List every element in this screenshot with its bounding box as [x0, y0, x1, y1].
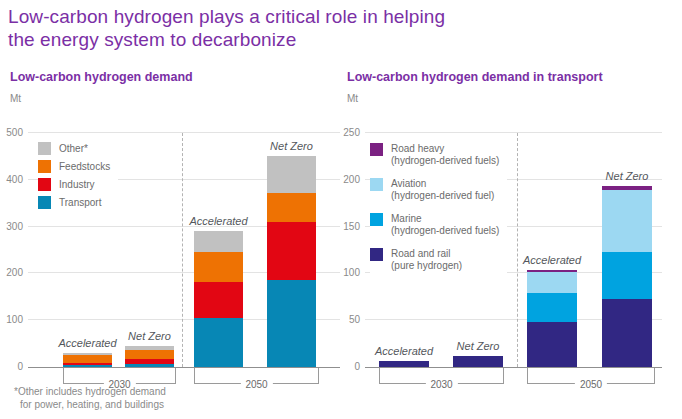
x-axis-group-label: 2050: [575, 379, 607, 390]
page-title: Low-carbon hydrogen plays a critical rol…: [8, 5, 445, 51]
bar-segment-industry: [63, 363, 112, 365]
bar-segment-other: [125, 346, 174, 350]
left-chart-title: Low-carbon hydrogen demand: [10, 70, 193, 84]
x-axis-group-label: 2050: [240, 379, 272, 390]
left-chart-unit-label: Mt: [10, 93, 21, 104]
slide: Low-carbon hydrogen plays a critical rol…: [0, 0, 682, 419]
right-chart-unit-label: Mt: [347, 93, 358, 104]
bar-segment-industry: [125, 359, 174, 364]
bar-segment-feedstocks: [63, 355, 112, 362]
page-title-line2: the energy system to decarbonize: [8, 28, 445, 51]
legend-swatch: [38, 178, 51, 191]
footnote-line2: for power, heating, and buildings: [14, 398, 166, 411]
x-axis-group-bracket: 2030: [379, 368, 504, 384]
y-axis-tick-label: 100: [0, 314, 23, 325]
y-axis-tick-label: 0: [334, 361, 360, 372]
bar-segment-road-heavy-hydrogen-derived-fuels: [602, 186, 652, 190]
bar-segment-marine-hydrogen-derived-fuels: [602, 252, 652, 299]
y-axis-tick-label: 400: [0, 174, 23, 185]
gridline: [365, 132, 662, 133]
x-axis-group-bracket: 2050: [527, 368, 655, 384]
bar-segment-transport: [125, 364, 174, 367]
bar-scenario-label: Net Zero: [90, 330, 210, 342]
bar-segment-feedstocks: [267, 193, 316, 222]
legend-label: Industry: [59, 179, 95, 191]
bar-segment-aviation-hydrogen-derived-fuel: [527, 272, 577, 293]
x-axis-group-bracket: 2030: [63, 368, 176, 384]
legend-label-line1: Road heavy: [391, 143, 499, 155]
legend-label-line1: Aviation: [391, 178, 494, 190]
bar-segment-road-heavy-hydrogen-derived-fuels: [527, 270, 577, 273]
legend-swatch: [370, 248, 383, 261]
legend-label: Aviation(hydrogen-derived fuel): [391, 178, 494, 201]
legend-swatch: [370, 213, 383, 226]
legend-label-line1: Road and rail: [391, 248, 462, 260]
bar-scenario-label: Net Zero: [418, 340, 538, 352]
bar-segment-other: [194, 231, 243, 252]
bar-segment-road-and-rail-pure-hydrogen: [602, 299, 652, 367]
left-chart-plot: 0100200300400500AcceleratedNet ZeroAccel…: [28, 133, 340, 368]
bar-segment-transport: [63, 365, 112, 367]
bar-segment-other: [63, 353, 112, 355]
legend-label-line1: Marine: [391, 213, 499, 225]
y-axis-tick-label: 0: [0, 361, 23, 372]
y-axis-tick-label: 250: [334, 127, 360, 138]
legend-label-line2: (hydrogen-derived fuels): [391, 155, 499, 167]
legend-item: Feedstocks: [38, 160, 110, 173]
chart-legend: Road heavy(hydrogen-derived fuels)Aviati…: [370, 142, 507, 285]
legend-label: Feedstocks: [59, 161, 110, 173]
bar-segment-road-and-rail-pure-hydrogen: [379, 361, 429, 367]
legend-swatch: [38, 196, 51, 209]
bar-segment-marine-hydrogen-derived-fuels: [527, 293, 577, 322]
legend-swatch: [370, 178, 383, 191]
gridline: [28, 132, 340, 133]
legend-label-line2: (pure hydrogen): [391, 260, 462, 272]
bar-segment-other: [267, 156, 316, 193]
bar-segment-transport: [194, 318, 243, 367]
legend-swatch: [38, 142, 51, 155]
legend-label: Marine(hydrogen-derived fuels): [391, 213, 499, 236]
legend-swatch: [370, 143, 383, 156]
legend-item: Industry: [38, 178, 110, 191]
bar-segment-feedstocks: [194, 252, 243, 282]
legend-label: Transport: [59, 197, 101, 209]
legend-label: Other*: [59, 143, 88, 155]
legend-swatch: [38, 160, 51, 173]
bar-segment-aviation-hydrogen-derived-fuel: [602, 190, 652, 252]
bar-scenario-label: Accelerated: [492, 254, 612, 266]
legend-item: Marine(hydrogen-derived fuels): [370, 213, 499, 236]
footnote-line1: *Other includes hydrogen demand: [14, 385, 166, 398]
y-axis-tick-label: 500: [0, 127, 23, 138]
legend-item: Road and rail(pure hydrogen): [370, 248, 499, 271]
y-axis-tick-label: 100: [334, 267, 360, 278]
group-divider-dashed-line: [517, 133, 518, 367]
bar-segment-road-and-rail-pure-hydrogen: [453, 356, 503, 367]
x-axis-group-bracket: 2050: [194, 368, 319, 384]
bar-scenario-label: Net Zero: [232, 140, 352, 152]
chart-legend: Other*FeedstocksIndustryTransport: [38, 141, 118, 216]
y-axis-tick-label: 200: [0, 267, 23, 278]
bar-segment-industry: [267, 222, 316, 281]
right-chart-title: Low-carbon hydrogen demand in transport: [347, 70, 603, 84]
y-axis-tick-label: 200: [334, 174, 360, 185]
bar-scenario-label: Net Zero: [567, 170, 682, 182]
legend-label-line2: (hydrogen-derived fuel): [391, 190, 494, 202]
page-title-line1: Low-carbon hydrogen plays a critical rol…: [8, 5, 445, 28]
footnote: *Other includes hydrogen demand for powe…: [14, 385, 166, 411]
bar-segment-road-and-rail-pure-hydrogen: [527, 322, 577, 367]
y-axis-tick-label: 300: [0, 221, 23, 232]
right-chart-plot: 050100150200250AcceleratedNet ZeroAccele…: [365, 133, 662, 368]
bar-segment-industry: [194, 282, 243, 318]
legend-item: Other*: [38, 142, 110, 155]
x-axis-group-label: 2030: [425, 379, 457, 390]
legend-item: Aviation(hydrogen-derived fuel): [370, 178, 499, 201]
legend-label-line2: (hydrogen-derived fuels): [391, 225, 499, 237]
bar-scenario-label: Accelerated: [159, 215, 279, 227]
y-axis-tick-label: 150: [334, 221, 360, 232]
bar-segment-feedstocks: [125, 350, 174, 359]
legend-label: Road heavy(hydrogen-derived fuels): [391, 143, 499, 166]
legend-item: Road heavy(hydrogen-derived fuels): [370, 143, 499, 166]
legend-label: Road and rail(pure hydrogen): [391, 248, 462, 271]
bar-segment-transport: [267, 280, 316, 367]
legend-item: Transport: [38, 196, 110, 209]
